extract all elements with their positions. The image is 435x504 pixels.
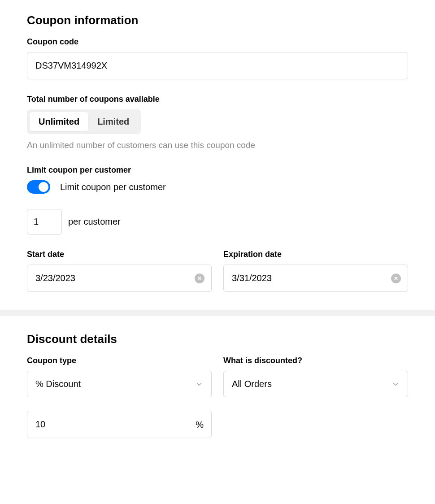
coupon-availability-field: Total number of coupons available Unlimi… bbox=[27, 95, 408, 150]
expiration-date-input[interactable] bbox=[223, 265, 408, 292]
discounted-select[interactable]: All Orders bbox=[223, 371, 408, 397]
discount-details-title: Discount details bbox=[27, 332, 408, 346]
limit-value-field: per customer bbox=[27, 209, 408, 235]
limit-suffix-text: per customer bbox=[68, 217, 121, 227]
discount-row-2: % bbox=[27, 411, 408, 438]
limit-per-customer-label: Limit coupon per customer bbox=[27, 165, 408, 175]
discounted-value: All Orders bbox=[232, 379, 272, 389]
limit-per-customer-field: Limit coupon per customer Limit coupon p… bbox=[27, 165, 408, 194]
discount-amount-suffix: % bbox=[196, 419, 204, 430]
dates-row: Start date Expiration date bbox=[27, 250, 408, 292]
discount-amount-input[interactable] bbox=[27, 411, 212, 438]
coupon-information-title: Coupon information bbox=[27, 13, 408, 27]
discount-amount-field: % bbox=[27, 411, 212, 438]
limit-value-input[interactable] bbox=[27, 209, 62, 235]
coupon-type-field: Coupon type % Discount bbox=[27, 356, 212, 397]
coupon-type-label: Coupon type bbox=[27, 356, 212, 365]
clear-icon[interactable] bbox=[391, 274, 401, 283]
start-date-label: Start date bbox=[27, 250, 212, 259]
discount-row-1: Coupon type % Discount What is discounte… bbox=[27, 356, 408, 397]
expiration-date-label: Expiration date bbox=[223, 250, 408, 259]
start-date-input[interactable] bbox=[27, 265, 212, 292]
availability-help-text: An unlimited number of customers can use… bbox=[27, 140, 408, 150]
coupon-availability-label: Total number of coupons available bbox=[27, 95, 408, 104]
chevron-down-icon bbox=[195, 380, 203, 388]
clear-icon[interactable] bbox=[195, 274, 204, 283]
chevron-down-icon bbox=[392, 380, 400, 388]
start-date-field: Start date bbox=[27, 250, 212, 292]
expiration-date-field: Expiration date bbox=[223, 250, 408, 292]
coupon-type-select[interactable]: % Discount bbox=[27, 371, 212, 397]
coupon-type-value: % Discount bbox=[35, 379, 81, 389]
availability-segmented-control: Unlimited Limited bbox=[27, 109, 141, 134]
coupon-code-input[interactable] bbox=[27, 52, 408, 79]
coupon-code-field: Coupon code bbox=[27, 37, 408, 79]
availability-option-limited[interactable]: Limited bbox=[88, 112, 138, 131]
toggle-knob bbox=[39, 182, 48, 192]
limit-toggle-label-text: Limit coupon per customer bbox=[60, 182, 166, 192]
coupon-code-label: Coupon code bbox=[27, 37, 408, 47]
availability-option-unlimited[interactable]: Unlimited bbox=[30, 112, 88, 131]
section-divider bbox=[0, 310, 435, 316]
discounted-field: What is discounted? All Orders bbox=[223, 356, 408, 397]
limit-per-customer-toggle[interactable] bbox=[27, 180, 50, 194]
discounted-label: What is discounted? bbox=[223, 356, 408, 365]
